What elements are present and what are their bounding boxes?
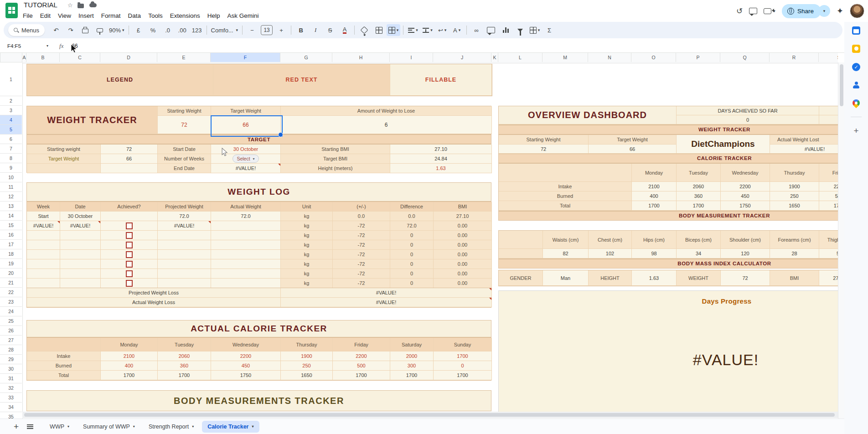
row-header-2[interactable]: 2 bbox=[0, 96, 22, 106]
cell[interactable] bbox=[158, 250, 211, 259]
cell[interactable] bbox=[60, 279, 101, 288]
row-header-27[interactable]: 27 bbox=[0, 336, 22, 345]
value-cell[interactable]: 450 bbox=[211, 361, 281, 371]
row-header-3[interactable]: 3 bbox=[0, 106, 22, 115]
insert-chart-button[interactable] bbox=[499, 24, 512, 36]
add-sheet-button[interactable]: + bbox=[14, 422, 19, 432]
paint-format-button[interactable] bbox=[93, 24, 107, 36]
measure-value-cell[interactable]: 28 bbox=[770, 249, 819, 258]
value-cell[interactable]: 1700 bbox=[434, 371, 492, 380]
header-cell[interactable]: Week bbox=[27, 202, 60, 212]
document-title[interactable]: TUTORIAL bbox=[24, 1, 57, 9]
share-options-button[interactable]: ▾ bbox=[818, 5, 830, 17]
starting-weight-value-cell[interactable]: 72 bbox=[158, 116, 211, 134]
value-cell[interactable]: 2000 bbox=[390, 351, 434, 361]
days-progress-chart[interactable]: Days Progress #VALUE! bbox=[498, 290, 838, 413]
checkbox[interactable] bbox=[126, 270, 133, 277]
row-header-32[interactable]: 32 bbox=[0, 383, 22, 393]
cell[interactable] bbox=[211, 240, 281, 250]
bold-button[interactable]: B bbox=[294, 24, 308, 36]
day-header-cell[interactable]: Monday bbox=[101, 338, 158, 351]
value-cell[interactable]: 1650 bbox=[281, 371, 333, 380]
column-header-F[interactable]: F bbox=[211, 53, 280, 62]
row-label-cell[interactable]: Burned bbox=[27, 361, 101, 371]
label-cell[interactable]: Starting weight bbox=[27, 145, 101, 154]
horizontal-scrollbar-thumb[interactable] bbox=[24, 413, 835, 417]
label-cell[interactable]: Starting BMI bbox=[281, 145, 390, 154]
checkbox[interactable] bbox=[126, 222, 133, 229]
measure-header-cell[interactable]: Shoulder (cm) bbox=[721, 231, 770, 249]
height-value-cell[interactable]: 1.63 bbox=[632, 270, 677, 286]
value-cell[interactable]: 300 bbox=[390, 361, 434, 371]
bmi-value-cell[interactable]: 27.10 bbox=[819, 270, 838, 286]
column-header-B[interactable]: B bbox=[26, 53, 60, 62]
cell[interactable]: 0.00 bbox=[434, 279, 492, 288]
blank-cell[interactable] bbox=[499, 164, 632, 182]
fillable-cell[interactable]: FILLABLE bbox=[390, 64, 492, 96]
column-header-J[interactable]: J bbox=[433, 53, 491, 62]
share-button[interactable]: Share bbox=[782, 4, 821, 18]
column-header-I[interactable]: I bbox=[390, 53, 433, 62]
row-label-cell[interactable]: Intake bbox=[27, 351, 101, 361]
cell[interactable]: 0.0 bbox=[333, 212, 390, 221]
row-label-cell[interactable]: Total bbox=[27, 371, 101, 380]
cell[interactable]: kg bbox=[281, 231, 333, 240]
measure-value-cell[interactable]: 82 bbox=[543, 249, 589, 258]
row-label-cell[interactable]: Burned bbox=[499, 191, 632, 201]
calendar-icon[interactable] bbox=[852, 26, 860, 35]
brand-cell[interactable]: DietChampions bbox=[677, 135, 770, 154]
row-header-24[interactable]: 24 bbox=[0, 307, 22, 316]
row-header-21[interactable]: 21 bbox=[0, 278, 22, 288]
row-header-35[interactable]: 35 bbox=[0, 412, 22, 418]
cell[interactable] bbox=[211, 259, 281, 269]
value-cell[interactable]: 1700 bbox=[434, 351, 492, 361]
value-cell[interactable]: 1750 bbox=[721, 201, 770, 211]
sheet-tab-strength-report[interactable]: Strength Report▾ bbox=[143, 421, 199, 433]
label-cell[interactable]: Height (meters) bbox=[281, 164, 390, 173]
weight-log-title-cell[interactable]: WEIGHT LOG bbox=[26, 182, 491, 202]
sheet-tab-summary-of-wwp[interactable]: Summary of WWP▾ bbox=[78, 421, 140, 433]
name-box[interactable]: F4:F5 bbox=[0, 43, 46, 49]
cell[interactable] bbox=[27, 231, 60, 240]
height-label-cell[interactable]: HEIGHT bbox=[589, 270, 632, 286]
cell[interactable]: 0.00 bbox=[434, 240, 492, 250]
day-header-cell[interactable]: Sunday bbox=[434, 338, 492, 351]
star-icon[interactable]: ☆ bbox=[67, 2, 73, 9]
row-label-cell[interactable]: Intake bbox=[499, 182, 632, 191]
day-header-cell[interactable]: Monday bbox=[632, 164, 677, 182]
header-cell[interactable]: Date bbox=[60, 202, 101, 212]
amount-value-cell[interactable]: 6 bbox=[281, 116, 492, 134]
day-header-cell[interactable]: Saturday bbox=[390, 338, 434, 351]
text-wrap-button[interactable]: ↩▾ bbox=[435, 24, 449, 36]
value-cell[interactable]: 1700 bbox=[819, 201, 838, 211]
value-cell[interactable]: 2200 bbox=[819, 182, 838, 191]
value-cell[interactable]: 72 bbox=[101, 145, 158, 154]
projected-loss-value-cell[interactable]: #VALUE! bbox=[281, 288, 492, 298]
measure-value-cell[interactable]: 120 bbox=[721, 249, 770, 258]
value-cell[interactable]: 1750 bbox=[211, 371, 281, 380]
cell[interactable]: #VALUE! bbox=[27, 221, 60, 231]
cell[interactable] bbox=[101, 240, 158, 250]
cell[interactable]: kg bbox=[281, 212, 333, 221]
menu-tools[interactable]: Tools bbox=[145, 11, 166, 21]
row-header-23[interactable]: 23 bbox=[0, 297, 22, 307]
empty-cell[interactable] bbox=[101, 164, 158, 173]
value-cell[interactable]: 400 bbox=[632, 191, 677, 201]
gemini-icon[interactable]: ✦ bbox=[837, 6, 843, 16]
maps-icon[interactable] bbox=[851, 98, 862, 108]
cell[interactable] bbox=[27, 240, 60, 250]
cell[interactable] bbox=[101, 250, 158, 259]
cell[interactable] bbox=[60, 259, 101, 269]
row-header-4[interactable]: 4 bbox=[0, 115, 22, 125]
row-label-cell[interactable]: Total bbox=[499, 201, 632, 211]
row-header-6[interactable]: 6 bbox=[0, 134, 22, 144]
cell[interactable] bbox=[60, 269, 101, 279]
cell[interactable] bbox=[211, 250, 281, 259]
value-cell[interactable]: 1700 bbox=[158, 371, 211, 380]
vertical-scrollbar[interactable] bbox=[838, 62, 845, 418]
cell[interactable]: 0.00 bbox=[434, 259, 492, 269]
empty-cell[interactable] bbox=[819, 115, 838, 124]
row-header-18[interactable]: 18 bbox=[0, 249, 22, 259]
checkbox[interactable] bbox=[126, 261, 133, 268]
tasks-icon[interactable]: ✓ bbox=[852, 63, 860, 71]
